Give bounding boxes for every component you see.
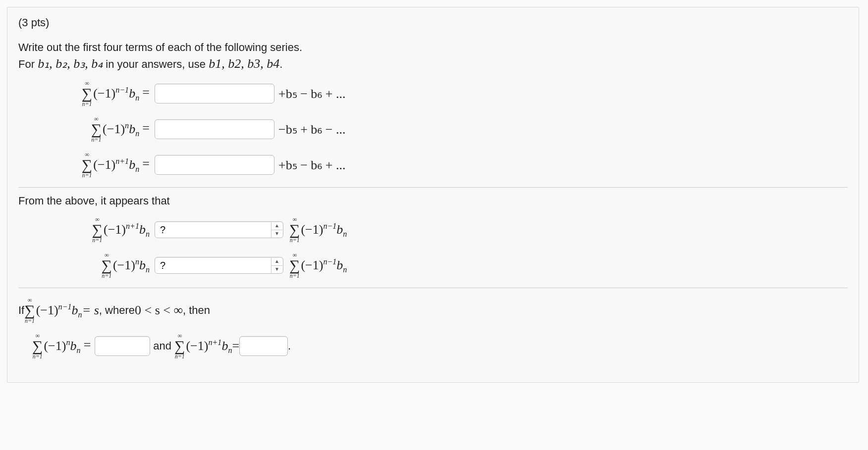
series-expr-3: (−1)n+1bn — [93, 157, 139, 172]
final-input-2[interactable] — [239, 336, 288, 356]
cond-eq: = s — [82, 303, 99, 317]
relation-select-1[interactable]: ? — [155, 221, 283, 238]
separator-1 — [18, 187, 848, 188]
equals-3: = — [142, 156, 150, 171]
series-input-3[interactable] — [155, 155, 274, 175]
relation-left-2: ∞ ∑ n=1 (−1)nbn — [102, 252, 150, 279]
relation-row-1: ∞ ∑ n=1 (−1)n+1bn ? ▲ ▼ ∞ ∑ n=1 (−1 — [18, 216, 848, 243]
final-left-sigma: ∞ ∑ n=1 (−1)nbn — [32, 333, 81, 359]
series-tail-3: +b₅ − b₆ + ... — [278, 158, 346, 172]
range-text: 0 < s < ∞ — [135, 303, 183, 318]
if-text: If — [18, 304, 24, 317]
and-text: and — [153, 340, 171, 352]
series-expr-1: (−1)n−1bn — [93, 86, 139, 101]
sigma-2: ∞ ∑ n=1 (−1)nbn — [91, 116, 140, 143]
prompt-suffix: . — [279, 58, 282, 70]
relation-left-1: ∞ ∑ n=1 (−1)n+1bn — [92, 216, 150, 243]
final-right-sigma: ∞ ∑ n=1 (−1)n+1bn — [174, 333, 232, 359]
prompt-vars-plain: b1, b2, b3, b4 — [209, 56, 279, 71]
question-card: (3 pts) Write out the first four terms o… — [7, 7, 859, 383]
prompt-line-1: Write out the first four terms of each o… — [18, 41, 848, 54]
series-row-3: ∞ ∑ n=1 (−1)n+1bn = +b₅ − b₆ + ... — [18, 151, 848, 178]
equals-2: = — [142, 121, 150, 135]
where-text: , where — [99, 304, 135, 317]
relation-select-2[interactable]: ? — [155, 257, 283, 274]
prompt-line-2: For b₁, b₂, b₃, b₄ in your answers, use … — [18, 56, 848, 71]
relation-select-wrap-2: ? ▲ ▼ — [155, 257, 283, 274]
sigma-1: ∞ ∑ n=1 (−1)n−1bn — [82, 80, 139, 107]
series-expr-2: (−1)nbn — [103, 122, 139, 137]
series-tail-1: +b₅ − b₆ + ... — [278, 87, 346, 101]
condition-sigma: ∞ ∑ n=1 (−1)n−1bn — [24, 297, 82, 324]
sigma-3: ∞ ∑ n=1 (−1)n+1bn — [82, 151, 139, 178]
condition-line: If ∞ ∑ n=1 (−1)n−1bn = s , where 0 < s <… — [18, 297, 848, 324]
then-text: , then — [183, 304, 210, 317]
equals-1: = — [142, 85, 150, 100]
points-label: (3 pts) — [18, 16, 848, 29]
prompt-mid: in your answers, use — [106, 58, 209, 70]
prompt-prefix: For — [18, 58, 38, 70]
relation-row-2: ∞ ∑ n=1 (−1)nbn ? ▲ ▼ ∞ ∑ n=1 (−1)n — [18, 252, 848, 279]
final-period: . — [288, 340, 291, 352]
relation-right-1: ∞ ∑ n=1 (−1)n−1bn — [289, 216, 347, 243]
series-tail-2: −b₅ + b₆ − ... — [278, 122, 346, 137]
relation-select-wrap-1: ? ▲ ▼ — [155, 221, 283, 238]
prompt-vars-math: b₁, b₂, b₃, b₄ — [38, 56, 103, 71]
series-input-2[interactable] — [155, 119, 274, 139]
series-row-2: ∞ ∑ n=1 (−1)nbn = −b₅ + b₆ − ... — [18, 116, 848, 143]
relation-right-2: ∞ ∑ n=1 (−1)n−1bn — [289, 252, 347, 279]
final-row: ∞ ∑ n=1 (−1)nbn = and ∞ ∑ n=1 (−1)n+1bn … — [18, 333, 848, 359]
section2-intro: From the above, it appears that — [18, 195, 848, 207]
final-input-1[interactable] — [95, 336, 150, 356]
separator-2 — [18, 288, 848, 288]
series-row-1: ∞ ∑ n=1 (−1)n−1bn = +b₅ − b₆ + ... — [18, 80, 848, 107]
series-input-1[interactable] — [155, 84, 274, 103]
